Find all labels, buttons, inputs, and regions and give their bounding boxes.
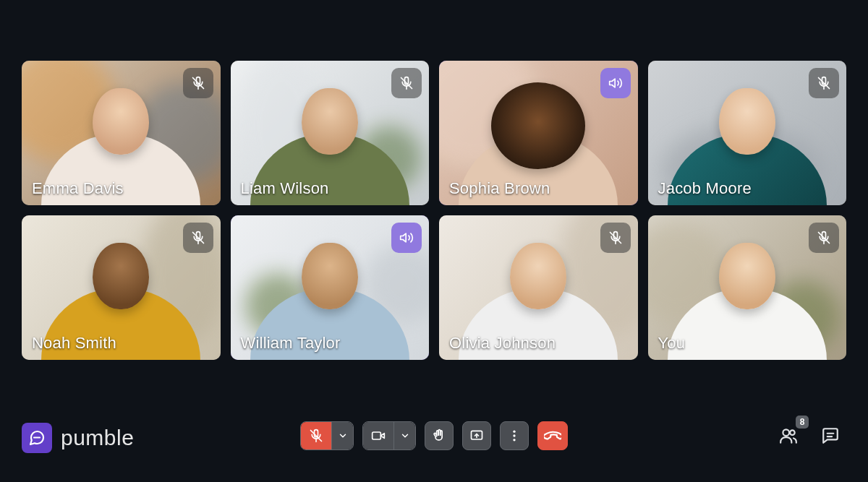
hangup-icon — [544, 427, 561, 444]
video-placeholder — [491, 82, 585, 169]
mic-muted-badge — [183, 68, 213, 98]
hangup-button[interactable] — [537, 421, 568, 450]
mic-muted-badge — [183, 223, 213, 253]
participant-tile[interactable]: You — [648, 215, 847, 360]
svg-point-20 — [513, 431, 515, 433]
mic-muted-badge — [391, 68, 422, 98]
mic-off-icon — [399, 76, 414, 90]
video-icon — [371, 429, 386, 443]
raise-hand-icon — [432, 429, 446, 443]
chat-icon — [821, 426, 840, 445]
mic-off-icon — [191, 76, 205, 90]
video-placeholder — [719, 243, 775, 309]
participant-count-badge: 8 — [796, 416, 809, 429]
share-screen-icon — [469, 429, 484, 443]
svg-point-24 — [790, 430, 795, 435]
video-placeholder — [719, 88, 775, 155]
video-placeholder — [93, 243, 149, 309]
speaker-icon — [608, 76, 623, 90]
svg-marker-9 — [401, 233, 407, 242]
mic-muted-badge — [809, 223, 839, 253]
brand: pumble — [22, 423, 134, 453]
video-placeholder — [510, 243, 566, 309]
participants-icon — [779, 426, 798, 445]
speaking-badge — [391, 223, 422, 253]
mic-off-icon — [817, 231, 831, 245]
brand-logo-icon — [22, 423, 52, 453]
toggle-mic-button[interactable] — [301, 422, 331, 449]
participant-tile[interactable]: Liam Wilson — [231, 61, 430, 205]
svg-point-22 — [513, 439, 515, 441]
chevron-down-icon — [338, 431, 348, 441]
mic-off-icon — [191, 231, 205, 245]
video-placeholder — [93, 88, 149, 155]
participant-tile[interactable]: Jacob Moore — [648, 61, 847, 205]
participant-tile[interactable]: William Taylor — [231, 215, 430, 360]
camera-options-button[interactable] — [393, 422, 415, 449]
toggle-camera-button[interactable] — [363, 422, 393, 449]
svg-rect-17 — [373, 432, 381, 439]
video-placeholder — [302, 88, 358, 155]
more-vertical-icon — [507, 429, 522, 443]
video-call-page: Emma Davis Liam Wilson — [0, 0, 868, 482]
participant-tile[interactable]: Emma Davis — [22, 61, 221, 205]
raise-hand-button[interactable] — [425, 421, 454, 450]
chat-button[interactable] — [814, 421, 846, 450]
mic-off-icon — [608, 231, 623, 245]
video-placeholder — [302, 243, 358, 309]
svg-point-21 — [513, 434, 515, 436]
participant-tile[interactable]: Olivia Johnson — [439, 215, 638, 360]
svg-point-23 — [783, 429, 789, 436]
participant-tile[interactable]: Sophia Brown — [439, 61, 638, 205]
more-options-button[interactable] — [500, 421, 529, 450]
mic-muted-badge — [809, 68, 839, 98]
participants-button[interactable]: 8 — [773, 421, 804, 450]
brand-name: pumble — [61, 426, 134, 450]
mic-split-button — [300, 421, 354, 450]
camera-split-button — [362, 421, 416, 450]
speaking-badge — [600, 68, 631, 98]
share-screen-button[interactable] — [462, 421, 491, 450]
participants-grid: Emma Davis Liam Wilson — [22, 61, 846, 360]
call-toolbar — [300, 421, 568, 450]
svg-marker-4 — [609, 79, 615, 87]
chevron-down-icon — [400, 431, 410, 441]
mic-off-icon — [309, 429, 323, 443]
mic-muted-badge — [600, 223, 631, 253]
right-controls: 8 — [773, 421, 846, 450]
mic-off-icon — [817, 76, 831, 90]
participant-tile[interactable]: Noah Smith — [22, 215, 221, 360]
mic-options-button[interactable] — [331, 422, 353, 449]
speaker-icon — [399, 231, 414, 245]
